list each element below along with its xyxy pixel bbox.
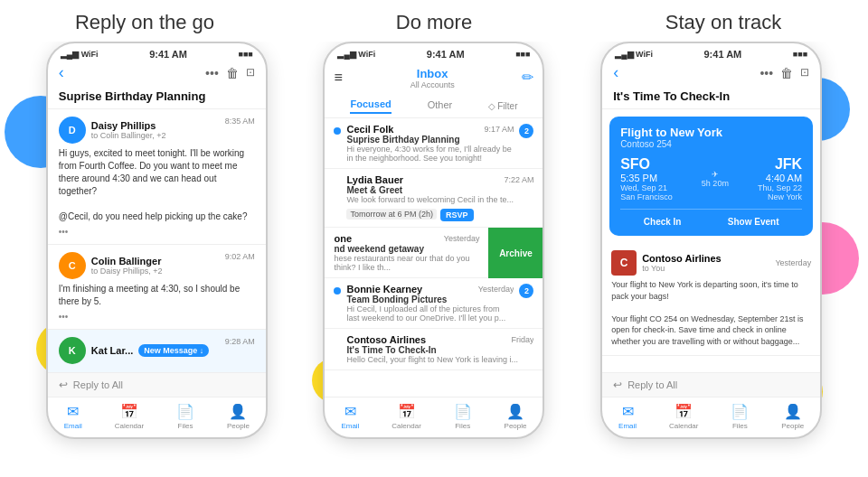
bottom-nav-files-1[interactable]: 📄 Files — [176, 403, 194, 430]
phone3-time: 9:41 AM — [703, 49, 741, 60]
calendar-icon-1: 📅 — [120, 403, 138, 420]
flight-duration: 5h 20m — [702, 179, 729, 188]
page-wrapper: Reply on the go Do more Stay on track ▂▄… — [0, 0, 868, 477]
email-item-cecil[interactable]: Cecil Folk 9:17 AM Suprise Birthday Plan… — [325, 118, 542, 169]
message-kat-header: K Kat Lar... New Message ↓ 9:28 AM — [59, 337, 255, 364]
sender-details-colin: Colin Ballinger to Daisy Phillips, +2 — [91, 256, 163, 276]
compose-icon[interactable]: ✏ — [522, 69, 533, 86]
bottom-nav-calendar-2[interactable]: 📅 Calendar — [392, 403, 420, 430]
preview-bonnie: Hi Cecil, I uploaded all of the pictures… — [346, 304, 514, 323]
phone3-signal-icon: ▂▄▆ WiFi — [615, 50, 653, 59]
sender-bonnie: Bonnie Kearney — [346, 284, 422, 295]
sender-lydia: Lydia Bauer — [346, 174, 403, 185]
avatar-colin: C — [59, 252, 86, 279]
subject-contoso2: It's Time To Check-In — [346, 345, 533, 355]
contoso-email[interactable]: C Contoso Airlines to You Yesterday Your… — [602, 243, 820, 356]
meeting-row: Tomorrow at 6 PM (2h) RSVP — [346, 207, 533, 221]
files-icon-1: 📄 — [176, 403, 194, 420]
phone1-status-bar: ▂▄▆ WiFi 9:41 AM ■■■ — [48, 43, 266, 61]
reply-bar-phone1[interactable]: ↩ Reply to All — [48, 372, 266, 397]
phone-reply: ▂▄▆ WiFi 9:41 AM ■■■ ‹ ••• 🗑 ⊡ Suprise B… — [46, 42, 268, 439]
bottom-nav-email-1[interactable]: ✉ Email — [64, 403, 82, 430]
bottom-nav-people-2[interactable]: 👤 People — [505, 403, 527, 430]
message-colin-header: C Colin Ballinger to Daisy Phillips, +2 … — [59, 252, 255, 279]
email-subject: Suprise Birthday Planning — [48, 86, 266, 109]
new-message-badge[interactable]: New Message ↓ — [138, 344, 209, 357]
bottom-nav-files-label-1: Files — [178, 422, 193, 430]
subject-archive: nd weekend getaway — [334, 244, 479, 254]
phone1-nav: ‹ ••• 🗑 ⊡ — [48, 61, 266, 86]
bottom-nav-files-3[interactable]: 📄 Files — [731, 403, 749, 430]
subject-bonnie: Team Bonding Pictures — [346, 295, 514, 304]
message-dots-daisy[interactable]: ••• — [59, 227, 255, 237]
tab-other[interactable]: Other — [428, 99, 453, 113]
archive-nav-icon[interactable]: ⊡ — [246, 66, 255, 80]
files-icon-3: 📄 — [731, 403, 749, 420]
bottom-nav-files-2[interactable]: 📄 Files — [454, 403, 472, 430]
bottom-nav-calendar-3[interactable]: 📅 Calendar — [669, 403, 698, 430]
message-body-daisy: Hi guys, excited to meet tonight. I'll b… — [59, 147, 255, 223]
reply-bar-phone3[interactable]: ↩ Reply to All — [602, 372, 820, 397]
email-header-bonnie: Bonnie Kearney Yesterday — [346, 284, 514, 295]
phone3-content: It's Time To Check-In Flight to New York… — [602, 86, 820, 372]
preview-cecil: Hi everyone, 4:30 works for me, I'll alr… — [346, 145, 514, 163]
sender-to-colin: to Daisy Phillips, +2 — [91, 267, 163, 276]
files-icon-2: 📄 — [454, 403, 472, 420]
heading-reply: Reply on the go — [9, 11, 280, 34]
email-content-lydia: Lydia Bauer 7:22 AM Meet & Greet We look… — [346, 174, 533, 221]
email-header-lydia: Lydia Bauer 7:22 AM — [346, 174, 533, 185]
sender-info-kat: K Kat Lar... New Message ↓ — [59, 337, 210, 364]
show-event-button[interactable]: Show Event — [728, 217, 779, 227]
bottom-nav-email-label-1: Email — [64, 422, 82, 430]
email-item-lydia[interactable]: Lydia Bauer 7:22 AM Meet & Greet We look… — [325, 169, 542, 228]
dots-icon-3[interactable]: ••• — [760, 66, 773, 80]
trash-icon-3[interactable]: 🗑 — [780, 66, 793, 80]
plane-icon: ✈ — [712, 170, 719, 179]
contoso-recipient: to You — [642, 264, 722, 273]
bottom-nav-people-3[interactable]: 👤 People — [781, 403, 804, 430]
sender-name-kat: Kat Lar... — [91, 345, 133, 356]
phone2-email-list: Cecil Folk 9:17 AM Suprise Birthday Plan… — [325, 118, 542, 397]
message-time-daisy: 8:35 AM — [225, 117, 255, 126]
bottom-nav-people-1[interactable]: 👤 People — [227, 403, 250, 430]
phone-stay-on-track: ▂▄▆ WiFi 9:41 AM ■■■ ‹ ••• 🗑 ⊡ It's Time… — [600, 42, 822, 439]
phone2-status-bar: ▂▄▆ WiFi 9:41 AM ■■■ — [325, 43, 542, 61]
sender-name-daisy: Daisy Phillips — [91, 120, 166, 131]
archive-action[interactable]: Archive — [488, 228, 542, 278]
hamburger-icon[interactable]: ≡ — [334, 70, 342, 86]
filter-button[interactable]: ◇ Filter — [488, 101, 517, 111]
bottom-nav-calendar-1[interactable]: 📅 Calendar — [115, 403, 144, 430]
archive-nav-icon-3[interactable]: ⊡ — [800, 66, 809, 80]
contoso-left: C Contoso Airlines to You — [611, 250, 722, 276]
phone2-battery-icon: ■■■ — [515, 50, 530, 59]
email-item-archive[interactable]: one Yesterday nd weekend getaway hese re… — [325, 228, 542, 278]
route-middle: ✈ 5h 20m — [702, 170, 729, 188]
bottom-nav-email-label-2: Email — [341, 422, 359, 430]
contoso-body: Your flight to New York is departing soo… — [611, 279, 811, 348]
route-from: SFO 5:35 PM Wed, Sep 21 San Francisco — [620, 156, 673, 201]
bottom-nav-email-label-3: Email — [618, 422, 637, 430]
bottom-nav-email-2[interactable]: ✉ Email — [341, 403, 359, 430]
email-item-bonnie[interactable]: Bonnie Kearney Yesterday Team Bonding Pi… — [325, 278, 542, 329]
tab-focused[interactable]: Focused — [350, 98, 391, 114]
trash-icon[interactable]: 🗑 — [226, 66, 239, 80]
to-code: JFK — [758, 156, 802, 173]
rsvp-badge[interactable]: RSVP — [440, 209, 474, 221]
email-icon-2: ✉ — [344, 403, 356, 420]
subject-cecil: Suprise Birthday Planning — [346, 135, 514, 145]
reply-all-label-3: Reply to All — [627, 379, 677, 390]
back-icon-3[interactable]: ‹ — [613, 63, 618, 82]
reply-all-label: Reply to All — [73, 379, 123, 390]
phone-do-more: ▂▄▆ WiFi 9:41 AM ■■■ ≡ Inbox All Account… — [323, 42, 544, 439]
message-time-kat: 9:28 AM — [225, 337, 255, 346]
time-archive: Yesterday — [444, 234, 480, 243]
phone1-signal-icon: ▂▄▆ WiFi — [61, 50, 99, 59]
reply-icon-3: ↩ — [613, 379, 622, 391]
checkin-button[interactable]: Check In — [644, 217, 682, 227]
message-dots-colin[interactable]: ••• — [59, 312, 255, 322]
email-header-cecil: Cecil Folk 9:17 AM — [346, 124, 514, 135]
back-icon[interactable]: ‹ — [59, 63, 64, 82]
bottom-nav-email-3[interactable]: ✉ Email — [618, 403, 637, 430]
dots-icon[interactable]: ••• — [205, 66, 219, 80]
email-item-contoso2[interactable]: Contoso Airlines Friday It's Time To Che… — [325, 329, 542, 370]
